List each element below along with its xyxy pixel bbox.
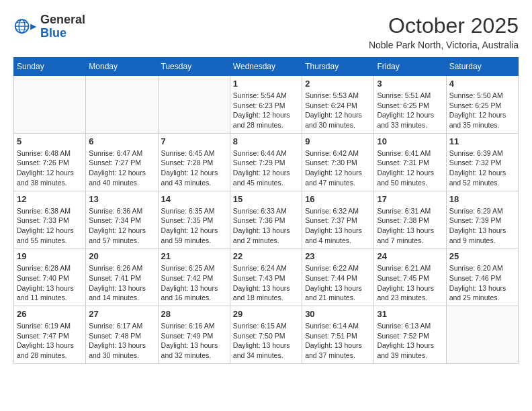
calendar-day-22: 22Sunrise: 6:24 AM Sunset: 7:43 PM Dayli…: [230, 248, 302, 306]
day-info: Sunrise: 6:48 AM Sunset: 7:26 PM Dayligh…: [17, 148, 83, 188]
day-info: Sunrise: 6:22 AM Sunset: 7:44 PM Dayligh…: [305, 263, 371, 303]
calendar-day-5: 5Sunrise: 6:48 AM Sunset: 7:26 PM Daylig…: [14, 133, 86, 191]
day-info: Sunrise: 6:44 AM Sunset: 7:29 PM Dayligh…: [233, 148, 299, 188]
month-year-title: October 2025: [369, 13, 519, 38]
day-number: 14: [161, 194, 227, 204]
day-info: Sunrise: 5:51 AM Sunset: 6:25 PM Dayligh…: [377, 91, 443, 130]
calendar-day-13: 13Sunrise: 6:36 AM Sunset: 7:34 PM Dayli…: [86, 191, 158, 248]
calendar-day-27: 27Sunrise: 6:17 AM Sunset: 7:48 PM Dayli…: [86, 306, 158, 364]
day-info: Sunrise: 6:29 AM Sunset: 7:39 PM Dayligh…: [449, 206, 515, 246]
day-number: 13: [89, 194, 154, 204]
day-info: Sunrise: 6:20 AM Sunset: 7:46 PM Dayligh…: [449, 263, 515, 303]
logo: General Blue: [13, 13, 85, 40]
calendar-day-25: 25Sunrise: 6:20 AM Sunset: 7:46 PM Dayli…: [446, 248, 518, 306]
day-number: 31: [377, 309, 443, 319]
day-number: 23: [305, 251, 371, 261]
day-info: Sunrise: 6:38 AM Sunset: 7:33 PM Dayligh…: [17, 206, 83, 246]
calendar-day-20: 20Sunrise: 6:26 AM Sunset: 7:41 PM Dayli…: [86, 248, 158, 306]
calendar-header-thursday: Thursday: [302, 58, 374, 76]
calendar-header-friday: Friday: [374, 58, 446, 76]
day-number: 26: [17, 309, 83, 319]
logo-icon: [13, 17, 38, 36]
day-info: Sunrise: 6:28 AM Sunset: 7:40 PM Dayligh…: [17, 263, 83, 303]
day-number: 7: [161, 136, 227, 146]
calendar-day-30: 30Sunrise: 6:14 AM Sunset: 7:51 PM Dayli…: [302, 306, 374, 364]
page-header: General Blue October 2025 Noble Park Nor…: [13, 13, 519, 50]
day-number: 18: [449, 194, 515, 204]
day-number: 21: [161, 251, 227, 261]
calendar-day-3: 3Sunrise: 5:51 AM Sunset: 6:25 PM Daylig…: [374, 76, 446, 134]
calendar-day-10: 10Sunrise: 6:41 AM Sunset: 7:31 PM Dayli…: [374, 133, 446, 191]
calendar-day-16: 16Sunrise: 6:32 AM Sunset: 7:37 PM Dayli…: [302, 191, 374, 248]
day-info: Sunrise: 6:26 AM Sunset: 7:41 PM Dayligh…: [89, 263, 154, 303]
calendar-day-12: 12Sunrise: 6:38 AM Sunset: 7:33 PM Dayli…: [14, 191, 86, 248]
day-number: 24: [377, 251, 443, 261]
day-number: 22: [233, 251, 299, 261]
day-number: 15: [233, 194, 299, 204]
day-info: Sunrise: 6:33 AM Sunset: 7:36 PM Dayligh…: [233, 206, 299, 246]
day-number: 27: [89, 309, 154, 319]
calendar-day-8: 8Sunrise: 6:44 AM Sunset: 7:29 PM Daylig…: [230, 133, 302, 191]
calendar-table: SundayMondayTuesdayWednesdayThursdayFrid…: [13, 57, 519, 364]
day-number: 6: [89, 136, 154, 146]
calendar-day-23: 23Sunrise: 6:22 AM Sunset: 7:44 PM Dayli…: [302, 248, 374, 306]
calendar-week-row: 1Sunrise: 5:54 AM Sunset: 6:23 PM Daylig…: [14, 76, 519, 134]
calendar-header-row: SundayMondayTuesdayWednesdayThursdayFrid…: [14, 58, 519, 76]
day-number: 10: [377, 136, 443, 146]
calendar-header-wednesday: Wednesday: [230, 58, 302, 76]
day-info: Sunrise: 5:54 AM Sunset: 6:23 PM Dayligh…: [233, 91, 299, 130]
day-number: 4: [449, 79, 515, 89]
day-info: Sunrise: 6:14 AM Sunset: 7:51 PM Dayligh…: [305, 321, 371, 361]
day-info: Sunrise: 6:16 AM Sunset: 7:49 PM Dayligh…: [161, 321, 227, 361]
calendar-day-19: 19Sunrise: 6:28 AM Sunset: 7:40 PM Dayli…: [14, 248, 86, 306]
title-block: October 2025 Noble Park North, Victoria,…: [369, 13, 519, 50]
day-number: 17: [377, 194, 443, 204]
day-number: 16: [305, 194, 371, 204]
calendar-day-7: 7Sunrise: 6:45 AM Sunset: 7:28 PM Daylig…: [158, 133, 230, 191]
calendar-day-empty: [14, 76, 86, 134]
day-info: Sunrise: 6:45 AM Sunset: 7:28 PM Dayligh…: [161, 148, 227, 188]
day-number: 3: [377, 79, 443, 89]
day-info: Sunrise: 5:50 AM Sunset: 6:25 PM Dayligh…: [449, 91, 515, 130]
day-number: 28: [161, 309, 227, 319]
calendar-week-row: 19Sunrise: 6:28 AM Sunset: 7:40 PM Dayli…: [14, 248, 519, 306]
day-info: Sunrise: 6:21 AM Sunset: 7:45 PM Dayligh…: [377, 263, 443, 303]
calendar-day-1: 1Sunrise: 5:54 AM Sunset: 6:23 PM Daylig…: [230, 76, 302, 134]
calendar-day-26: 26Sunrise: 6:19 AM Sunset: 7:47 PM Dayli…: [14, 306, 86, 364]
day-number: 25: [449, 251, 515, 261]
calendar-day-4: 4Sunrise: 5:50 AM Sunset: 6:25 PM Daylig…: [446, 76, 518, 134]
day-number: 29: [233, 309, 299, 319]
calendar-day-21: 21Sunrise: 6:25 AM Sunset: 7:42 PM Dayli…: [158, 248, 230, 306]
day-info: Sunrise: 6:42 AM Sunset: 7:30 PM Dayligh…: [305, 148, 371, 188]
day-number: 30: [305, 309, 371, 319]
day-number: 5: [17, 136, 83, 146]
day-info: Sunrise: 6:15 AM Sunset: 7:50 PM Dayligh…: [233, 321, 299, 361]
calendar-day-9: 9Sunrise: 6:42 AM Sunset: 7:30 PM Daylig…: [302, 133, 374, 191]
day-number: 9: [305, 136, 371, 146]
day-info: Sunrise: 6:32 AM Sunset: 7:37 PM Dayligh…: [305, 206, 371, 246]
logo-text: General Blue: [40, 13, 85, 40]
day-info: Sunrise: 6:17 AM Sunset: 7:48 PM Dayligh…: [89, 321, 154, 361]
day-info: Sunrise: 5:53 AM Sunset: 6:24 PM Dayligh…: [305, 91, 371, 130]
calendar-week-row: 12Sunrise: 6:38 AM Sunset: 7:33 PM Dayli…: [14, 191, 519, 248]
day-number: 11: [449, 136, 515, 146]
calendar-day-empty: [446, 306, 518, 364]
day-info: Sunrise: 6:19 AM Sunset: 7:47 PM Dayligh…: [17, 321, 83, 361]
calendar-day-14: 14Sunrise: 6:35 AM Sunset: 7:35 PM Dayli…: [158, 191, 230, 248]
day-info: Sunrise: 6:24 AM Sunset: 7:43 PM Dayligh…: [233, 263, 299, 303]
calendar-day-28: 28Sunrise: 6:16 AM Sunset: 7:49 PM Dayli…: [158, 306, 230, 364]
calendar-day-2: 2Sunrise: 5:53 AM Sunset: 6:24 PM Daylig…: [302, 76, 374, 134]
calendar-header-monday: Monday: [86, 58, 158, 76]
calendar-day-29: 29Sunrise: 6:15 AM Sunset: 7:50 PM Dayli…: [230, 306, 302, 364]
day-number: 12: [17, 194, 83, 204]
calendar-week-row: 26Sunrise: 6:19 AM Sunset: 7:47 PM Dayli…: [14, 306, 519, 364]
calendar-week-row: 5Sunrise: 6:48 AM Sunset: 7:26 PM Daylig…: [14, 133, 519, 191]
day-number: 1: [233, 79, 299, 89]
day-info: Sunrise: 6:35 AM Sunset: 7:35 PM Dayligh…: [161, 206, 227, 246]
calendar-header-tuesday: Tuesday: [158, 58, 230, 76]
day-info: Sunrise: 6:31 AM Sunset: 7:38 PM Dayligh…: [377, 206, 443, 246]
calendar-header-saturday: Saturday: [446, 58, 518, 76]
day-info: Sunrise: 6:47 AM Sunset: 7:27 PM Dayligh…: [89, 148, 154, 188]
calendar-day-31: 31Sunrise: 6:13 AM Sunset: 7:52 PM Dayli…: [374, 306, 446, 364]
calendar-day-24: 24Sunrise: 6:21 AM Sunset: 7:45 PM Dayli…: [374, 248, 446, 306]
